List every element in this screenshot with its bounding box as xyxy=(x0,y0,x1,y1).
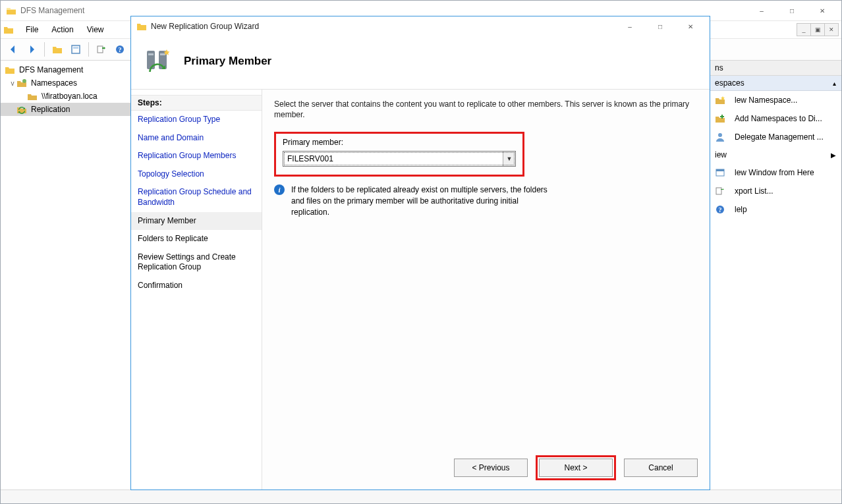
svg-text:?: ? xyxy=(119,46,122,53)
replication-icon xyxy=(16,104,27,115)
wizard-page-title: Primary Member xyxy=(184,55,271,68)
export-icon xyxy=(715,186,725,196)
action-label: lew Namespace... xyxy=(735,96,797,105)
actions-pane: ns espaces ▴ lew Namespace... Add Namesp… xyxy=(709,61,841,490)
dfs-root-icon xyxy=(5,65,15,75)
wizard-header: Primary Member xyxy=(131,36,710,89)
cancel-button-label: Cancel xyxy=(648,463,673,472)
app-menu-icon xyxy=(3,24,14,35)
mdi-minimize-button[interactable]: _ xyxy=(797,23,811,36)
toolbar-help-button[interactable]: ? xyxy=(111,41,128,58)
action-label: xport List... xyxy=(735,186,773,196)
toolbar-separator xyxy=(44,42,45,57)
next-button-highlight: Next > xyxy=(536,455,616,480)
next-button[interactable]: Next > xyxy=(539,459,613,477)
action-new-window[interactable]: lew Window from Here xyxy=(710,163,841,182)
actions-group-title[interactable]: espaces ▴ xyxy=(710,76,841,91)
tree-replication[interactable]: Replication xyxy=(1,103,130,116)
user-icon xyxy=(715,132,725,142)
step-schedule-bandwidth[interactable]: Replication Group Schedule and Bandwidth xyxy=(131,183,262,211)
mdi-close-button[interactable]: ✕ xyxy=(824,23,839,36)
tree-root[interactable]: DFS Management xyxy=(1,63,130,76)
previous-button-label: < Previous xyxy=(472,463,509,472)
toolbar-new-button[interactable] xyxy=(49,41,66,58)
tree-namespace-item-label: \\firatboyan.loca xyxy=(42,92,98,101)
menu-file[interactable]: File xyxy=(20,23,43,36)
next-button-label: Next > xyxy=(564,463,587,472)
step-replication-group-type[interactable]: Replication Group Type xyxy=(131,111,262,129)
wizard-minimize-button[interactable]: – xyxy=(615,17,645,36)
step-folders-to-replicate[interactable]: Folders to Replicate xyxy=(131,230,262,248)
wizard-maximize-button[interactable]: □ xyxy=(645,17,675,36)
action-delegate-management[interactable]: Delegate Management ... xyxy=(710,128,841,146)
action-add-namespaces[interactable]: Add Namespaces to Di... xyxy=(710,109,841,128)
namespaces-icon xyxy=(16,78,27,88)
chevron-down-icon: ▼ xyxy=(507,155,513,162)
actions-header: ns xyxy=(710,61,841,76)
namespace-item-icon xyxy=(27,91,38,101)
tree-root-label: DFS Management xyxy=(19,65,83,74)
action-label: Add Namespaces to Di... xyxy=(735,114,822,123)
svg-rect-17 xyxy=(160,53,165,55)
wizard-app-icon xyxy=(136,21,147,32)
primary-member-value: FILESRV001 xyxy=(283,154,503,163)
primary-member-label: Primary member: xyxy=(283,138,516,147)
mdi-restore-button[interactable]: ▣ xyxy=(810,23,825,36)
steps-heading: Steps: xyxy=(131,95,262,111)
menu-action[interactable]: Action xyxy=(46,23,78,36)
window-icon xyxy=(715,167,725,178)
tree-replication-label: Replication xyxy=(31,105,70,114)
action-label: lew Window from Here xyxy=(735,168,814,177)
expand-icon[interactable]: v xyxy=(9,80,16,87)
step-replication-group-members[interactable]: Replication Group Members xyxy=(131,147,262,165)
wizard-steps-pane: Steps: Replication Group Type Name and D… xyxy=(131,90,262,490)
svg-rect-16 xyxy=(148,53,154,55)
svg-rect-7 xyxy=(720,116,724,117)
previous-button[interactable]: < Previous xyxy=(454,459,528,477)
action-label: Delegate Management ... xyxy=(735,132,824,142)
submenu-icon: ▶ xyxy=(831,152,836,159)
menu-view[interactable]: View xyxy=(82,23,109,36)
wizard-button-bar: < Previous Next > Cancel xyxy=(274,447,698,480)
tree-namespaces-label: Namespaces xyxy=(31,78,77,88)
svg-rect-2 xyxy=(98,46,103,53)
wizard-page-icon xyxy=(142,45,173,77)
parent-maximize-button[interactable]: □ xyxy=(777,1,807,20)
wizard-content-pane: Select the server that contains the cont… xyxy=(262,90,710,490)
primary-member-dropdown[interactable]: FILESRV001 ▼ xyxy=(283,151,516,167)
toolbar-export-button[interactable] xyxy=(93,41,110,58)
svg-point-5 xyxy=(22,79,26,83)
step-primary-member[interactable]: Primary Member xyxy=(131,212,262,231)
toolbar-forward-button[interactable] xyxy=(23,41,40,58)
wizard-info-note: i If the folders to be replicated alread… xyxy=(274,184,557,217)
parent-window-title: DFS Management xyxy=(20,6,84,15)
primary-member-highlight: Primary member: FILESRV001 ▼ xyxy=(274,132,524,177)
svg-rect-11 xyxy=(716,188,721,194)
parent-status-bar xyxy=(1,490,841,503)
step-name-and-domain[interactable]: Name and Domain xyxy=(131,129,262,148)
toolbar-properties-button[interactable] xyxy=(67,41,84,58)
action-view[interactable]: iew ▶ xyxy=(710,146,841,163)
tree-namespaces[interactable]: v Namespaces xyxy=(1,76,130,90)
cancel-button[interactable]: Cancel xyxy=(624,459,698,477)
toolbar-back-button[interactable] xyxy=(5,41,22,58)
navigation-tree: DFS Management v Namespaces \\firatboyan… xyxy=(1,61,131,490)
action-export-list[interactable]: xport List... xyxy=(710,182,841,200)
dropdown-button[interactable]: ▼ xyxy=(503,152,515,166)
action-label: lelp xyxy=(735,205,747,214)
parent-close-button[interactable]: ✕ xyxy=(807,1,837,20)
step-review-settings[interactable]: Review Settings and Create Replication G… xyxy=(131,248,262,277)
wizard-description: Select the server that contains the cont… xyxy=(274,99,698,120)
action-label: iew xyxy=(715,150,727,159)
replication-wizard-dialog: New Replication Group Wizard – □ ✕ Prima… xyxy=(130,16,710,490)
tree-namespace-item[interactable]: \\firatboyan.loca xyxy=(1,90,130,103)
step-topology-selection[interactable]: Topology Selection xyxy=(131,165,262,184)
actions-group-title-text: espaces xyxy=(715,78,744,88)
action-new-namespace[interactable]: lew Namespace... xyxy=(710,91,841,109)
parent-minimize-button[interactable]: – xyxy=(746,1,777,20)
action-help[interactable]: ? lelp xyxy=(710,200,841,219)
wizard-close-button[interactable]: ✕ xyxy=(675,17,706,36)
step-confirmation[interactable]: Confirmation xyxy=(131,277,262,295)
wizard-info-text: If the folders to be replicated already … xyxy=(291,184,557,217)
svg-point-8 xyxy=(718,133,722,137)
